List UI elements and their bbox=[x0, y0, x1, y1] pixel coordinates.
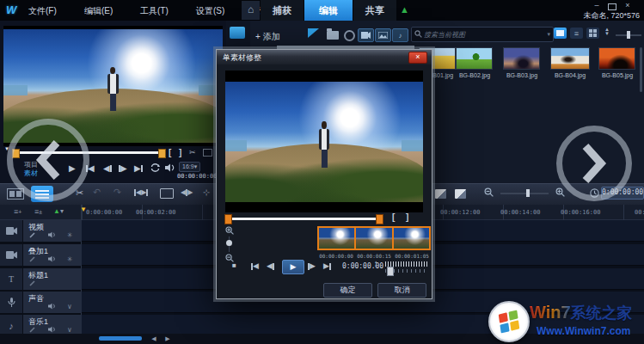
dialog-mark-out-button[interactable]: ] bbox=[406, 212, 408, 222]
dialog-zoom-in-icon[interactable] bbox=[225, 226, 234, 236]
timeline-zoom-slider[interactable] bbox=[500, 193, 549, 194]
video-track-icon[interactable] bbox=[0, 220, 22, 242]
menu-settings[interactable]: 设置(S) bbox=[196, 5, 224, 17]
tab-capture[interactable]: 捕获 bbox=[261, 0, 304, 21]
dialog-next-frame-button[interactable]: ▶ bbox=[308, 261, 316, 270]
thumbnail-image[interactable] bbox=[456, 47, 493, 70]
tab-share[interactable]: 共享 bbox=[353, 0, 396, 21]
dialog-stop-button[interactable]: ■ bbox=[232, 261, 236, 269]
track-mute-icon[interactable] bbox=[48, 231, 56, 240]
thumbnail-image[interactable] bbox=[503, 47, 540, 70]
filter-photo-button[interactable] bbox=[375, 28, 391, 42]
add-button[interactable]: + 添加 bbox=[255, 31, 280, 43]
filter-funnel-icon[interactable] bbox=[308, 28, 319, 38]
track-header[interactable]: 声音 ∨ bbox=[23, 292, 82, 313]
view-list-button[interactable]: ≡ bbox=[570, 28, 583, 39]
dialog-mark-in-button[interactable]: [ bbox=[392, 212, 395, 222]
dialog-trim-bar[interactable] bbox=[228, 218, 380, 220]
horizontal-scrollbar-thumb[interactable] bbox=[99, 336, 142, 341]
fit-project-icon[interactable]: ◀▶ bbox=[134, 188, 148, 196]
edit-pencil-icon[interactable] bbox=[29, 231, 36, 240]
thumb-size-slider-handle[interactable] bbox=[627, 31, 630, 39]
filter-video-button[interactable] bbox=[358, 28, 374, 42]
undo-icon[interactable]: ↶ bbox=[93, 187, 101, 198]
dialog-zoom-slider-handle[interactable] bbox=[226, 240, 232, 246]
chevron-down-icon[interactable]: ∨ bbox=[67, 303, 72, 310]
mark-out-button[interactable]: ] bbox=[179, 148, 181, 157]
thumbnail-image[interactable] bbox=[550, 47, 590, 70]
dialog-go-end-button[interactable]: ▶ bbox=[323, 261, 331, 270]
sound-mixer-icon[interactable] bbox=[435, 189, 446, 199]
redo-icon[interactable]: ↷ bbox=[113, 187, 121, 198]
mark-in-button[interactable]: [ bbox=[169, 148, 171, 157]
library-scrollbar[interactable] bbox=[640, 47, 642, 92]
import-folder-icon[interactable] bbox=[327, 31, 339, 40]
track-header[interactable]: 标题1 bbox=[23, 268, 82, 290]
record-snapshot-icon[interactable] bbox=[160, 188, 174, 199]
track-list-icon[interactable]: ≡± bbox=[34, 207, 42, 216]
track-header[interactable]: 叠加1 ✳ bbox=[23, 244, 82, 266]
scroll-right-button[interactable]: ▶ bbox=[163, 335, 172, 342]
home-button[interactable]: ⌂ bbox=[242, 1, 260, 20]
overlay-track-icon[interactable] bbox=[0, 244, 22, 266]
view-thumbnail-button[interactable] bbox=[554, 28, 567, 39]
menu-edit[interactable]: 编辑(E) bbox=[84, 5, 113, 17]
volume-icon[interactable] bbox=[165, 163, 175, 174]
dialog-ok-button[interactable]: 确定 bbox=[323, 283, 372, 298]
dialog-go-start-button[interactable]: ◀ bbox=[251, 261, 259, 270]
menu-file[interactable]: 文件(F) bbox=[28, 5, 57, 17]
dialog-trim-start-handle[interactable] bbox=[224, 214, 232, 224]
trim-end-handle[interactable] bbox=[158, 149, 166, 158]
timecode-spinner[interactable]: ▴▾ bbox=[375, 260, 377, 268]
dialog-cancel-button[interactable]: 取消 bbox=[377, 283, 426, 298]
dialog-filmstrip[interactable] bbox=[317, 226, 431, 250]
title-track-icon[interactable]: T bbox=[0, 268, 22, 290]
dialog-prev-frame-button[interactable]: ◀ bbox=[267, 261, 274, 270]
dialog-close-button[interactable]: × bbox=[408, 52, 427, 64]
aspect-ratio-button[interactable]: 16:9▾ bbox=[179, 162, 200, 172]
view-grid-button[interactable] bbox=[586, 28, 599, 39]
library-search[interactable]: ▾ bbox=[411, 27, 554, 42]
disc-icon[interactable] bbox=[344, 30, 355, 41]
zoom-in-icon[interactable] bbox=[555, 187, 565, 199]
sort-icon[interactable]: ▲▼ bbox=[604, 28, 610, 36]
maximize-button[interactable] bbox=[608, 3, 616, 10]
next-frame-button[interactable]: ▶ bbox=[119, 163, 127, 173]
track-fx-icon[interactable]: ✳ bbox=[67, 231, 73, 239]
split-clip-icon[interactable]: ✂ bbox=[189, 148, 196, 157]
chroma-key-icon[interactable]: ▲▾ bbox=[53, 207, 64, 215]
repeat-icon[interactable] bbox=[150, 163, 160, 174]
scroll-left-button[interactable]: ◀ bbox=[150, 335, 158, 342]
prev-frame-button[interactable]: ◀ bbox=[103, 163, 112, 173]
edit-pencil-icon[interactable] bbox=[29, 280, 36, 288]
edit-pencil-icon[interactable] bbox=[29, 255, 36, 264]
go-end-button[interactable]: ▶ bbox=[134, 163, 143, 173]
tab-edit[interactable]: 编辑 bbox=[304, 0, 353, 21]
minimize-button[interactable]: – bbox=[591, 2, 603, 10]
dialog-play-button[interactable]: ▶ bbox=[282, 260, 304, 274]
voice-track-icon[interactable] bbox=[0, 292, 22, 313]
track-transition-icon[interactable]: ⊹ bbox=[203, 187, 210, 197]
zoom-out-icon[interactable] bbox=[484, 187, 494, 199]
nav-previous-arrow[interactable] bbox=[7, 119, 89, 201]
enlarge-preview-icon[interactable] bbox=[203, 149, 212, 157]
chevron-down-icon[interactable]: ∨ bbox=[67, 326, 72, 334]
subtitle-editor-icon[interactable] bbox=[455, 189, 466, 199]
search-dropdown-icon[interactable]: ▾ bbox=[547, 31, 550, 38]
search-input[interactable] bbox=[422, 30, 547, 40]
close-button[interactable]: × bbox=[622, 2, 634, 10]
track-mute-icon[interactable] bbox=[48, 255, 56, 264]
filter-audio-button[interactable]: ♪ bbox=[392, 28, 408, 42]
track-mute-icon[interactable] bbox=[48, 303, 56, 311]
thumbnail-image[interactable] bbox=[598, 47, 635, 70]
ripple-edit-icon[interactable]: ◀▶ bbox=[181, 188, 193, 196]
jog-slider-handle[interactable] bbox=[387, 267, 394, 276]
dialog-trim-end-handle[interactable] bbox=[376, 214, 383, 224]
track-manager-icon[interactable]: ≡+ bbox=[14, 207, 21, 216]
media-library-icon[interactable] bbox=[230, 27, 245, 39]
menu-tools[interactable]: 工具(T) bbox=[140, 5, 169, 17]
track-header[interactable]: 视频 ✳ bbox=[23, 220, 82, 242]
timeline-zoom-slider-handle[interactable] bbox=[526, 189, 530, 197]
track-fx-icon[interactable]: ✳ bbox=[67, 255, 73, 263]
nav-next-arrow[interactable] bbox=[556, 126, 632, 201]
